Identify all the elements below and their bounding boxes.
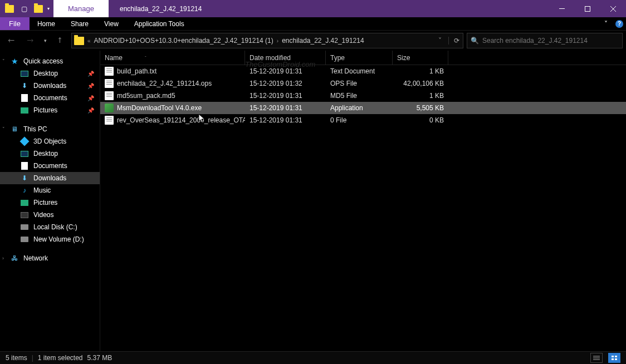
sidebar-label: Quick access	[23, 57, 63, 65]
svg-rect-8	[615, 356, 617, 357]
column-header-type[interactable]: Type	[326, 51, 393, 65]
view-large-icons-button[interactable]	[608, 353, 620, 363]
search-box[interactable]: 🔍	[467, 33, 623, 48]
downloads-icon: ⬇	[20, 81, 29, 90]
svg-rect-1	[585, 6, 590, 11]
file-date: 15-12-2019 01:31	[245, 92, 326, 100]
forward-button[interactable]: 🡒	[22, 33, 38, 48]
downloads-icon: ⬇	[20, 174, 29, 183]
sidebar-item-documents[interactable]: Documents📌	[0, 92, 100, 104]
file-type: 0 File	[326, 116, 393, 124]
file-name: build_path.txt	[117, 67, 156, 75]
table-row[interactable]: md5sum_pack.md515-12-2019 01:31MD5 File1…	[100, 90, 626, 102]
navigation-pane: ˅ ★ Quick access Desktop📌 ⬇Downloads📌 Do…	[0, 51, 100, 351]
table-row[interactable]: build_path.txt15-12-2019 01:31Text Docum…	[100, 65, 626, 77]
expand-icon[interactable]: ›	[2, 255, 4, 261]
sidebar-item-desktop[interactable]: Desktop📌	[0, 67, 100, 80]
file-type: MD5 File	[326, 92, 393, 100]
sidebar-item-label: Pictures	[33, 106, 57, 114]
star-icon: ★	[10, 57, 19, 66]
sidebar-item-videos[interactable]: Videos	[0, 209, 100, 221]
quick-access-toolbar: ▢ ▾	[0, 0, 53, 17]
file-date: 15-12-2019 01:31	[245, 104, 326, 112]
desktop-icon	[20, 69, 29, 78]
minimize-button[interactable]	[549, 0, 575, 17]
file-tab[interactable]: File	[0, 17, 30, 30]
sidebar-item-downloads[interactable]: ⬇Downloads📌	[0, 80, 100, 92]
explorer-icon[interactable]	[3, 3, 16, 15]
search-icon: 🔍	[471, 37, 479, 45]
help-icon: ?	[615, 20, 623, 28]
file-date: 15-12-2019 01:31	[245, 67, 326, 75]
file-name: MsmDownloadTool V4.0.exe	[117, 104, 202, 112]
sidebar-quick-access[interactable]: ˅ ★ Quick access	[0, 55, 100, 67]
file-rows: build_path.txt15-12-2019 01:31Text Docum…	[100, 65, 626, 351]
recent-dropdown[interactable]: ▾	[41, 33, 49, 48]
status-item-count: 5 items	[6, 354, 27, 362]
file-icon	[105, 79, 114, 88]
sidebar-this-pc[interactable]: ˅ 🖥 This PC	[0, 123, 100, 135]
sidebar-item-pictures[interactable]: Pictures📌	[0, 104, 100, 116]
table-row[interactable]: MsmDownloadTool V4.0.exe15-12-2019 01:31…	[100, 102, 626, 114]
back-button[interactable]: 🡐	[3, 33, 19, 48]
ribbon-collapse-icon[interactable]: ˅	[599, 17, 613, 30]
properties-icon[interactable]: ▢	[18, 3, 30, 15]
maximize-button[interactable]	[575, 0, 600, 17]
sidebar-item-downloads[interactable]: ⬇Downloads	[0, 172, 100, 184]
file-size: 42,00,106 KB	[393, 80, 448, 87]
svg-rect-7	[612, 356, 614, 357]
disk-icon	[20, 235, 29, 244]
sidebar-item-music[interactable]: ♪Music	[0, 184, 100, 196]
qat-dropdown-icon[interactable]: ▾	[46, 6, 51, 11]
sidebar-item-pictures[interactable]: Pictures	[0, 196, 100, 209]
sidebar-item-documents[interactable]: Documents	[0, 160, 100, 172]
search-input[interactable]	[482, 37, 619, 45]
column-header-date[interactable]: Date modified	[245, 51, 326, 65]
table-row[interactable]: enchilada_22_J.42_191214.ops15-12-2019 0…	[100, 77, 626, 90]
tab-application-tools[interactable]: Application Tools	[126, 17, 192, 30]
breadcrumb-prefix: «	[87, 38, 91, 44]
tab-view[interactable]: View	[96, 17, 126, 30]
chevron-right-icon[interactable]: ›	[277, 38, 278, 44]
sidebar-item-desktop[interactable]: Desktop	[0, 147, 100, 160]
table-row[interactable]: rev_OverSeas_191214_2009_release_OTA-...…	[100, 114, 626, 126]
sidebar-item-label: Local Disk (C:)	[33, 223, 77, 231]
breadcrumb-segment[interactable]: enchilada_22_J.42_191214	[281, 37, 365, 45]
pin-icon: 📌	[87, 71, 94, 77]
help-button[interactable]: ?	[613, 17, 626, 30]
desktop-icon	[20, 149, 29, 158]
tab-home[interactable]: Home	[30, 17, 63, 30]
tab-share[interactable]: Share	[63, 17, 96, 30]
window-title: enchilada_22_J.42_191214	[109, 0, 549, 17]
title-bar: ▢ ▾ Manage enchilada_22_J.42_191214	[0, 0, 626, 17]
refresh-button[interactable]: ⟳	[448, 37, 461, 45]
file-size: 1 KB	[393, 67, 448, 75]
svg-rect-9	[612, 358, 614, 360]
sidebar-item-local-disk[interactable]: Local Disk (C:)	[0, 221, 100, 233]
sidebar-item-new-volume[interactable]: New Volume (D:)	[0, 233, 100, 245]
expand-icon[interactable]: ˅	[2, 58, 5, 64]
breadcrumb-segment[interactable]: ANDROID+10+OOS+10.3.0+enchilada_22_J.42_…	[93, 37, 275, 45]
file-type: OPS File	[326, 80, 393, 87]
new-folder-icon[interactable]	[32, 3, 45, 15]
sidebar-network[interactable]: › 🖧 Network	[0, 252, 100, 264]
close-button[interactable]	[600, 0, 626, 17]
address-bar[interactable]: « ANDROID+10+OOS+10.3.0+enchilada_22_J.4…	[71, 33, 463, 48]
column-header-size[interactable]: Size	[393, 51, 448, 65]
ribbon-context-tab[interactable]: Manage	[53, 0, 109, 17]
file-icon	[105, 67, 114, 76]
sidebar-item-label: Desktop	[33, 70, 58, 77]
pin-icon: 📌	[87, 95, 94, 101]
view-details-button[interactable]	[590, 353, 603, 363]
sidebar-item-3d-objects[interactable]: 3D Objects	[0, 135, 100, 147]
file-name: rev_OverSeas_191214_2009_release_OTA-...	[117, 116, 245, 124]
address-dropdown-icon[interactable]: ˅	[434, 37, 446, 45]
file-size: 5,505 KB	[393, 104, 448, 112]
up-button[interactable]: 🡑	[52, 33, 68, 48]
address-row: 🡐 🡒 ▾ 🡑 « ANDROID+10+OOS+10.3.0+enchilad…	[0, 31, 626, 51]
column-header-name[interactable]: Nameˆ	[100, 51, 245, 65]
file-icon	[105, 116, 114, 125]
expand-icon[interactable]: ˅	[2, 126, 5, 132]
sidebar-item-label: New Volume (D:)	[33, 235, 84, 243]
sidebar-item-label: Documents	[33, 94, 67, 102]
